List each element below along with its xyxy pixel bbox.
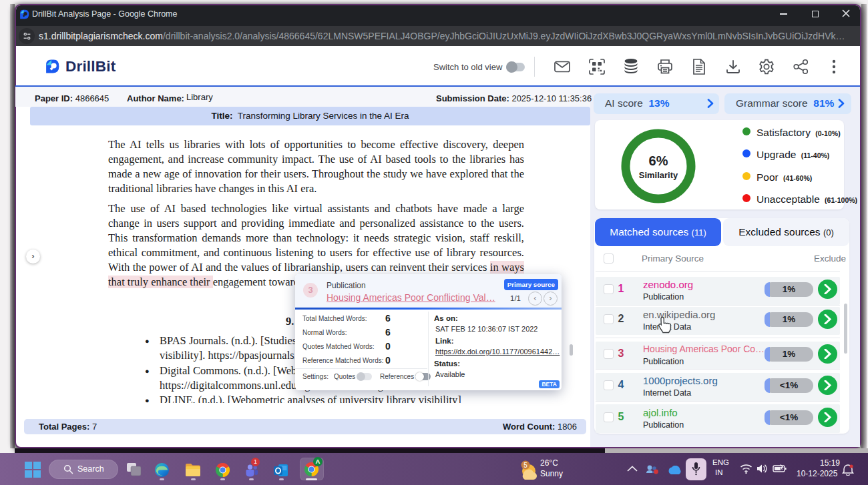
- svg-text:5: 5: [523, 462, 527, 469]
